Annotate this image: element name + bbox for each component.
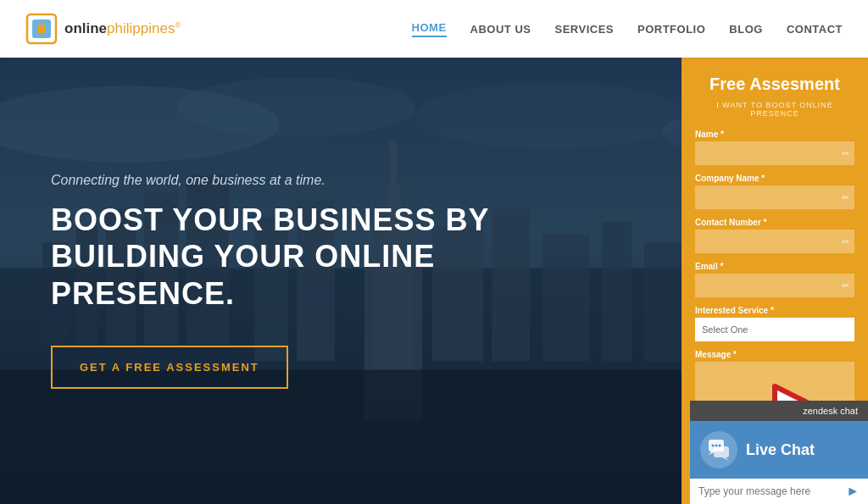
email-input[interactable] (695, 274, 854, 297)
svg-point-37 (719, 445, 721, 447)
form-group-company: Company Name * ✏ (695, 174, 854, 209)
form-group-name: Name * ✏ (695, 130, 854, 165)
form-subtitle: I WANT TO BOOST ONLINE PRESENCE (695, 101, 854, 118)
form-group-email: Email * ✏ (695, 262, 854, 297)
svg-rect-2 (37, 25, 46, 33)
svg-marker-34 (722, 457, 729, 461)
logo-text-start: online (64, 20, 107, 36)
zendesk-send-icon[interactable]: ► (846, 484, 860, 499)
zendesk-body: Live Chat (690, 421, 868, 479)
company-input[interactable] (695, 186, 854, 209)
chat-bubbles-icon (707, 438, 731, 462)
form-title: Free Assesment (695, 75, 854, 94)
svg-rect-33 (714, 446, 729, 457)
pencil-icon-4: ✏ (842, 280, 849, 291)
svg-point-35 (712, 445, 715, 447)
nav-item-services[interactable]: SERVICES (554, 23, 614, 36)
service-label: Interested Service * (695, 306, 854, 315)
cta-button[interactable]: GET A FREE ASSESSMENT (51, 346, 288, 389)
email-input-wrapper: ✏ (695, 274, 854, 297)
logo-sup: ® (175, 21, 181, 30)
logo-text-end: philippines (107, 20, 175, 36)
logo[interactable]: onlinephilippines® (25, 13, 181, 45)
hero-content: Connecting the world, one business at a … (0, 173, 682, 389)
zendesk-message-input[interactable] (698, 485, 846, 497)
form-group-contact: Contact Number * ✏ (695, 218, 854, 253)
email-label: Email * (695, 262, 854, 271)
main-nav: HOME ABOUT US SERVICES PORTFOLIO BLOG CO… (412, 21, 843, 37)
nav-item-contact[interactable]: CONTACT (787, 23, 843, 36)
logo-text: onlinephilippines® (64, 20, 181, 37)
nav-item-home[interactable]: HOME (412, 21, 447, 37)
pencil-icon: ✏ (842, 148, 849, 159)
contact-input[interactable] (695, 230, 854, 253)
hero-title: BOOST YOUR BUSINESS BY BUILDING YOUR ONL… (51, 202, 526, 312)
zendesk-input-row: ► (690, 479, 868, 504)
chat-icon-wrapper (700, 431, 737, 468)
name-input-wrapper: ✏ (695, 141, 854, 165)
zendesk-header: zendesk chat (690, 401, 868, 421)
pencil-icon-2: ✏ (842, 192, 849, 203)
zendesk-chat-widget[interactable]: zendesk chat Live Chat ► (690, 401, 868, 504)
form-group-service: Interested Service * Select One SEO Web … (695, 306, 854, 341)
nav-item-portfolio[interactable]: PORTFOLIO (637, 23, 705, 36)
nav-item-blog[interactable]: BLOG (729, 23, 763, 36)
pencil-icon-3: ✏ (842, 236, 849, 247)
svg-point-36 (715, 445, 718, 447)
contact-input-wrapper: ✏ (695, 230, 854, 253)
hero-subtitle: Connecting the world, one business at a … (51, 173, 631, 188)
zendesk-header-label: zendesk chat (803, 406, 858, 416)
live-chat-label: Live Chat (746, 441, 815, 459)
nav-item-about[interactable]: ABOUT US (470, 23, 531, 36)
logo-icon (25, 13, 58, 45)
name-input[interactable] (695, 141, 854, 165)
contact-label: Contact Number * (695, 218, 854, 227)
name-label: Name * (695, 130, 854, 139)
company-input-wrapper: ✏ (695, 186, 854, 209)
service-select[interactable]: Select One SEO Web Design Social Media (695, 318, 854, 341)
company-label: Company Name * (695, 174, 854, 183)
message-label: Message * (695, 350, 854, 359)
header: onlinephilippines® HOME ABOUT US SERVICE… (0, 0, 868, 58)
